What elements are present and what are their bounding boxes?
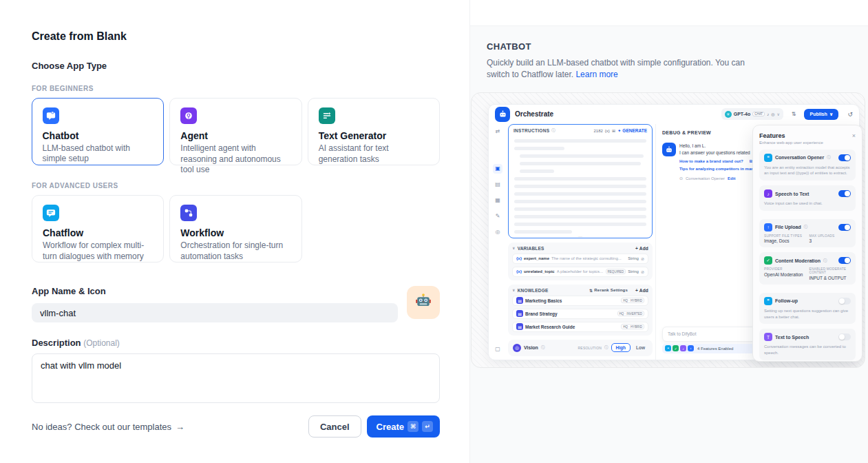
resize-handle[interactable]: — [509, 235, 652, 238]
instructions-panel[interactable]: INSTRUCTIONS ⓘ 2182 {x} ⊞ ✦ GENERATE [508, 124, 653, 238]
settings-icon[interactable]: ◎ [493, 227, 502, 237]
info-icon: ⓘ [551, 128, 555, 133]
skeleton-line [514, 223, 646, 226]
edit-icon[interactable]: ✎ [493, 212, 502, 221]
orchestrate-tab-icon[interactable]: ▣ [493, 164, 502, 174]
chatflow-icon [43, 205, 59, 221]
dialog-title: Create from Blank [32, 30, 440, 43]
opener-icon: ⊙ [679, 176, 683, 181]
file-upload-icon: ↑ [764, 223, 772, 232]
group-label-beginners: FOR BEGINNERS [32, 85, 440, 92]
description-optional-label: (Optional) [83, 338, 120, 348]
eye-icon[interactable]: ⊘ [641, 269, 644, 274]
description-label: Description (Optional) [32, 338, 440, 348]
variable-row[interactable]: {x} unrelated_topic A placeholder for to… [512, 267, 648, 277]
app-name-input[interactable] [32, 303, 398, 322]
feature-text-to-speech: T Text to Speech Conversation messages c… [759, 329, 856, 360]
follow-up-toggle[interactable] [838, 298, 851, 305]
close-icon[interactable]: × [852, 132, 856, 139]
create-dialog: Create from Blank Choose App Type FOR BE… [0, 0, 470, 463]
skeleton-line [514, 177, 646, 181]
model-logo-icon: ✳ [725, 111, 732, 118]
copy-icon[interactable]: ⊞ [612, 128, 615, 133]
upload-mini-icon: ↑ [688, 345, 694, 351]
chevron-down-icon: ∨ [776, 112, 779, 116]
content-moderation-toggle[interactable] [838, 257, 851, 264]
conversation-opener-icon: ❝ [764, 154, 772, 162]
opener-mini-icon: ❝ [665, 345, 671, 351]
exchange-icon[interactable]: ⇄ [493, 127, 502, 136]
beginner-cards: Chatbot LLM-based chatbot with simple se… [32, 98, 440, 165]
knowledge-row[interactable]: ▤ Marketing Basics HQ · HYBRID [512, 296, 648, 306]
agent-icon [180, 107, 197, 124]
eye-icon[interactable]: ⊘ [641, 256, 644, 261]
variable-icon[interactable]: {x} [605, 129, 610, 133]
cancel-button[interactable]: Cancel [308, 415, 361, 438]
suggestion-link[interactable]: Tips for analyzing competitors in market [679, 167, 759, 171]
instructions-title: INSTRUCTIONS [514, 128, 549, 133]
suggestion-link[interactable]: How to make a brand stand out? [679, 159, 743, 163]
panel-icon[interactable]: ▢ [493, 344, 502, 354]
app-type-card-text-generator[interactable]: Text Generator AI assistant for text gen… [308, 98, 440, 165]
feature-follow-up: ❞ Follow-up Setting up next questions su… [759, 293, 856, 324]
create-button[interactable]: Create ⌘ ↵ [367, 415, 440, 438]
cmd-key-icon: ⌘ [407, 421, 419, 432]
text-to-speech-toggle[interactable] [838, 333, 851, 340]
preview-left-rail: ⇄ ▣ ▤ ▦ ✎ ◎ ▢ [489, 124, 507, 360]
image-icon[interactable]: ▤ [493, 180, 502, 189]
feature-conversation-opener: ❝ Conversation Opener ⓘ You are an entit… [759, 150, 856, 181]
resolution-high-button[interactable]: High [611, 343, 631, 352]
generate-button[interactable]: ✦ GENERATE [617, 128, 647, 134]
model-selector[interactable]: ✳ GPT-4o CHAT ♪ ◎ ∨ [721, 108, 783, 120]
caret-icon[interactable]: ∨ [512, 288, 516, 292]
rerank-settings-button[interactable]: ⇅ Rerank Settings [589, 288, 628, 293]
opener-label: Conversation Opener [686, 176, 725, 181]
publish-button[interactable]: Publish ∨ [804, 109, 838, 120]
features-enabled-strip[interactable]: ❝ ✓ ♪ ↑ 4 Features Enabled [662, 344, 759, 353]
learn-more-link[interactable]: Learn more [575, 70, 617, 79]
preview-illustration: Orchestrate ✳ GPT-4o CHAT ♪ ◎ ∨ ⇅ Publis… [471, 92, 865, 368]
app-name-label: App Name & Icon [32, 286, 398, 296]
workflow-icon [180, 205, 197, 221]
arrow-right-icon: → [176, 422, 184, 432]
history-icon[interactable]: ↺ [847, 111, 853, 118]
orchestrate-column: INSTRUCTIONS ⓘ 2182 {x} ⊞ ✦ GENERATE [507, 124, 655, 360]
text-generator-icon [319, 107, 335, 124]
add-knowledge-button[interactable]: + Add [635, 288, 648, 293]
features-subtitle: Enhance web-app user experience [759, 141, 856, 145]
caret-icon[interactable]: ∨ [512, 246, 516, 250]
tune-icon[interactable]: ⇅ [792, 111, 796, 117]
app-type-card-agent[interactable]: Agent Intelligent agent with reasoning a… [169, 98, 301, 165]
add-variable-button[interactable]: + Add [635, 246, 648, 251]
enter-key-icon: ↵ [422, 421, 433, 432]
mic-icon: ♪ [767, 112, 769, 116]
templates-link[interactable]: No ideas? Check out our templates → [32, 422, 184, 432]
resolution-low-button[interactable]: Low [633, 344, 648, 351]
skeleton-line [514, 215, 646, 218]
variable-icon: {x} [516, 269, 522, 274]
knowledge-row[interactable]: ▤ Market Research Guide HQ · HYBRID [512, 322, 648, 332]
chat-input[interactable]: Talk to DifyBot [662, 327, 759, 342]
conversation-opener-toggle[interactable] [838, 154, 851, 161]
app-type-card-chatflow[interactable]: Chatflow Workflow for complex multi-turn… [32, 195, 164, 263]
choose-app-type-label: Choose App Type [32, 61, 440, 71]
file-upload-toggle[interactable] [838, 224, 851, 231]
preview-header: Orchestrate ✳ GPT-4o CHAT ♪ ◎ ∨ ⇅ Publis… [489, 105, 859, 124]
robot-emoji-icon [414, 291, 433, 313]
skeleton-line [514, 185, 646, 188]
moderation-mini-icon: ✓ [673, 345, 679, 351]
right-topbar [470, 0, 868, 26]
description-textarea[interactable]: chat with vllm model [32, 353, 440, 403]
variable-row[interactable]: {x} expert_name The name of the strategi… [512, 254, 648, 264]
app-avatar-robot-icon [495, 107, 510, 122]
app-type-card-workflow[interactable]: Workflow Orchestration for single-turn a… [169, 195, 301, 263]
app-icon-picker[interactable] [407, 286, 440, 319]
chatbot-icon [43, 107, 59, 124]
grid-icon[interactable]: ▦ [493, 196, 502, 205]
features-panel: Features × Enhance web-app user experien… [752, 125, 862, 362]
edit-opener-link[interactable]: Edit [728, 176, 735, 181]
knowledge-row[interactable]: ▤ Brand Strategy HQ · INVERTED [512, 309, 648, 319]
app-type-card-chatbot[interactable]: Chatbot LLM-based chatbot with simple se… [32, 98, 164, 165]
greeting-line: Hello, I am L. [679, 143, 759, 150]
speech-to-text-toggle[interactable] [838, 190, 851, 197]
